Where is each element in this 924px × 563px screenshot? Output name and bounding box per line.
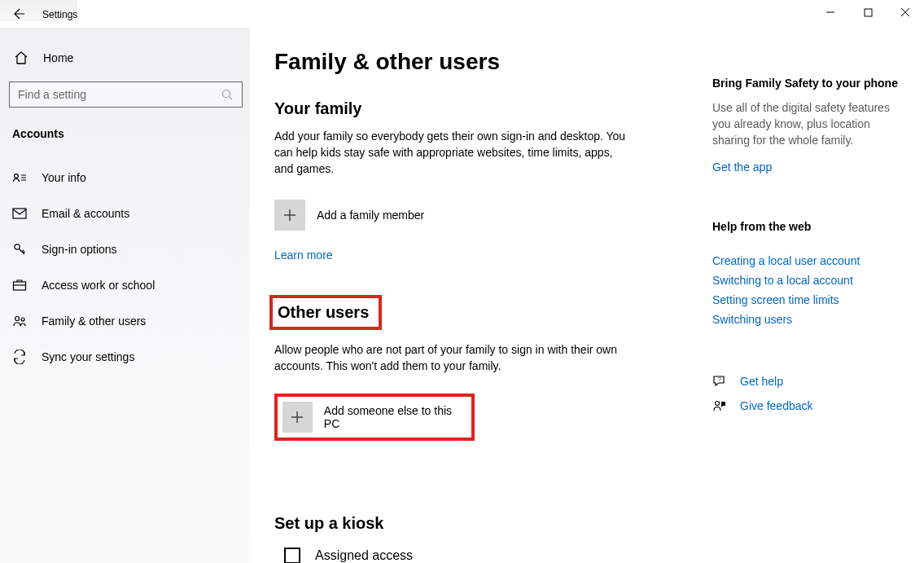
person-card-icon — [12, 170, 27, 185]
sidebar-section-title: Accounts — [0, 108, 250, 147]
sidebar-item-label: Access work or school — [42, 279, 155, 292]
search-input[interactable] — [9, 81, 243, 108]
other-users-heading: Other users — [278, 303, 369, 322]
svg-rect-3 — [13, 209, 26, 218]
sidebar-item-label: Sign-in options — [42, 243, 117, 256]
add-other-user-button[interactable]: Add someone else to this PC — [282, 402, 466, 433]
search-icon — [221, 88, 234, 101]
minimize-button[interactable] — [812, 0, 849, 24]
back-button[interactable] — [11, 7, 26, 21]
plus-icon — [274, 200, 305, 231]
svg-rect-5 — [14, 282, 26, 290]
checkbox-icon — [284, 548, 300, 563]
sidebar-item-label: Your info — [42, 171, 86, 184]
sidebar-item-email[interactable]: Email & accounts — [0, 196, 250, 231]
help-link[interactable]: Switching users — [712, 313, 904, 326]
sidebar-item-signin[interactable]: Sign-in options — [0, 231, 250, 267]
kiosk-heading: Set up a kiosk — [274, 514, 681, 533]
svg-point-1 — [223, 90, 230, 98]
sidebar-item-work[interactable]: Access work or school — [0, 267, 250, 303]
get-app-link[interactable]: Get the app — [712, 161, 772, 174]
home-label: Home — [43, 51, 73, 64]
your-family-heading: Your family — [274, 99, 681, 118]
learn-more-link[interactable]: Learn more — [274, 249, 333, 262]
help-link[interactable]: Setting screen time limits — [712, 293, 904, 306]
add-other-user-label: Add someone else to this PC — [324, 404, 466, 430]
highlight-add-someone: Add someone else to this PC — [274, 394, 475, 441]
get-help-link[interactable]: Get help — [740, 375, 783, 388]
people-icon — [12, 314, 27, 328]
your-family-body: Add your family so everybody gets their … — [274, 128, 633, 177]
sidebar: Home Accounts Your info — [0, 28, 250, 563]
add-family-label: Add a family member — [317, 209, 424, 222]
sidebar-item-sync[interactable]: Sync your settings — [0, 339, 250, 375]
home-nav[interactable]: Home — [0, 42, 250, 73]
get-help-row[interactable]: ? Get help — [712, 370, 904, 393]
sidebar-item-label: Family & other users — [42, 314, 146, 328]
window-title: Settings — [42, 7, 77, 20]
svg-rect-0 — [865, 9, 872, 16]
svg-point-6 — [15, 317, 20, 321]
help-from-web-heading: Help from the web — [712, 220, 904, 233]
sidebar-item-family[interactable]: Family & other users — [0, 303, 250, 339]
help-link[interactable]: Creating a local user account — [712, 254, 904, 267]
sidebar-item-your-info[interactable]: Your info — [0, 160, 250, 196]
search-field[interactable] — [18, 88, 221, 101]
feedback-icon — [712, 398, 727, 413]
home-icon — [14, 51, 28, 65]
key-icon — [12, 242, 27, 257]
svg-point-7 — [21, 318, 24, 321]
feedback-link[interactable]: Give feedback — [740, 399, 813, 412]
aside-promo-body: Use all of the digital safety features y… — [712, 99, 904, 148]
maximize-button[interactable] — [849, 0, 887, 24]
highlight-other-users-heading: Other users — [269, 295, 382, 330]
assigned-access-row[interactable]: Assigned access — [274, 548, 681, 563]
svg-point-9 — [716, 402, 720, 406]
svg-point-4 — [15, 244, 20, 249]
close-button[interactable] — [887, 0, 924, 24]
feedback-row[interactable]: Give feedback — [712, 394, 904, 417]
other-users-body: Allow people who are not part of your fa… — [274, 341, 633, 374]
chat-help-icon: ? — [712, 374, 727, 389]
briefcase-icon — [12, 278, 27, 292]
mail-icon — [12, 206, 27, 221]
plus-icon — [282, 402, 313, 433]
assigned-access-label: Assigned access — [315, 548, 413, 563]
sidebar-item-label: Sync your settings — [42, 350, 134, 363]
sync-icon — [12, 350, 27, 364]
help-link[interactable]: Switching to a local account — [712, 274, 904, 287]
aside-promo-heading: Bring Family Safety to your phone — [712, 77, 904, 90]
svg-text:?: ? — [718, 376, 721, 382]
sidebar-item-label: Email & accounts — [42, 207, 129, 220]
svg-point-2 — [15, 174, 19, 178]
add-family-member-button[interactable]: Add a family member — [274, 200, 681, 231]
page-title: Family & other users — [274, 49, 681, 75]
